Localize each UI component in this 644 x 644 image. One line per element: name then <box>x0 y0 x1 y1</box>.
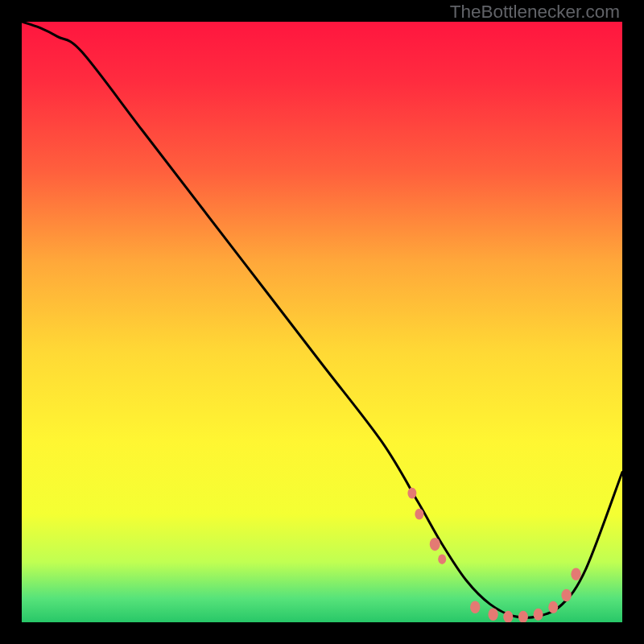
highlight-dot <box>415 509 423 520</box>
highlight-dot <box>488 609 497 621</box>
highlight-dot <box>430 538 440 551</box>
highlight-dot <box>561 589 571 602</box>
highlight-dot <box>548 601 558 613</box>
highlight-dot <box>534 609 543 621</box>
highlight-dot <box>407 488 416 499</box>
watermark-text: TheBottlenecker.com <box>450 2 620 23</box>
highlight-dot <box>571 568 580 581</box>
highlight-dot <box>438 554 446 564</box>
chart-svg <box>22 22 622 622</box>
highlight-dot <box>470 601 480 614</box>
gradient-background <box>22 22 622 622</box>
